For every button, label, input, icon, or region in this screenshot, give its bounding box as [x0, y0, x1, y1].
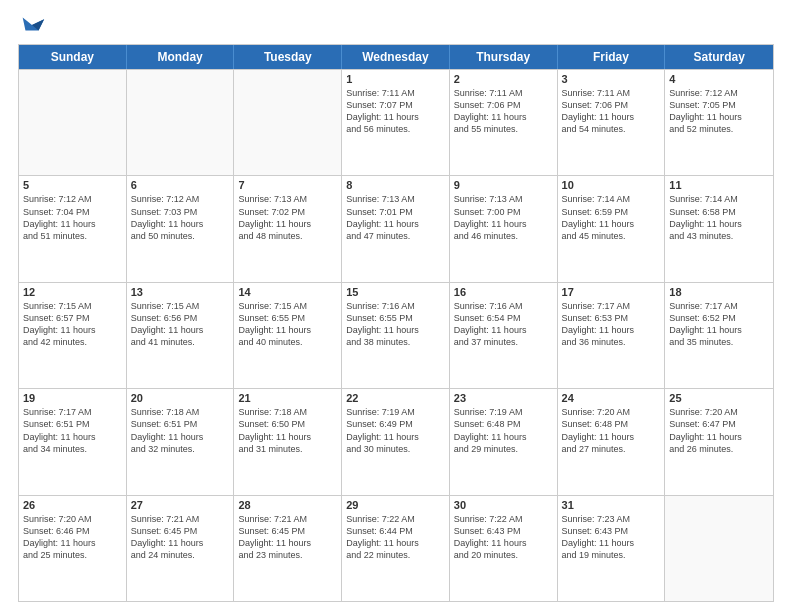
header-day-tuesday: Tuesday — [234, 45, 342, 69]
day-info: Sunrise: 7:19 AM Sunset: 6:49 PM Dayligh… — [346, 406, 445, 455]
day-cell-21: 21Sunrise: 7:18 AM Sunset: 6:50 PM Dayli… — [234, 389, 342, 494]
day-info: Sunrise: 7:20 AM Sunset: 6:48 PM Dayligh… — [562, 406, 661, 455]
week-row-1: 1Sunrise: 7:11 AM Sunset: 7:07 PM Daylig… — [19, 69, 773, 175]
day-number: 10 — [562, 179, 661, 191]
day-number: 23 — [454, 392, 553, 404]
day-info: Sunrise: 7:12 AM Sunset: 7:04 PM Dayligh… — [23, 193, 122, 242]
day-number: 30 — [454, 499, 553, 511]
day-info: Sunrise: 7:15 AM Sunset: 6:57 PM Dayligh… — [23, 300, 122, 349]
day-number: 1 — [346, 73, 445, 85]
day-info: Sunrise: 7:22 AM Sunset: 6:43 PM Dayligh… — [454, 513, 553, 562]
day-info: Sunrise: 7:16 AM Sunset: 6:54 PM Dayligh… — [454, 300, 553, 349]
day-cell-18: 18Sunrise: 7:17 AM Sunset: 6:52 PM Dayli… — [665, 283, 773, 388]
day-info: Sunrise: 7:21 AM Sunset: 6:45 PM Dayligh… — [131, 513, 230, 562]
day-info: Sunrise: 7:17 AM Sunset: 6:52 PM Dayligh… — [669, 300, 769, 349]
calendar: SundayMondayTuesdayWednesdayThursdayFrid… — [18, 44, 774, 602]
day-cell-30: 30Sunrise: 7:22 AM Sunset: 6:43 PM Dayli… — [450, 496, 558, 601]
calendar-header: SundayMondayTuesdayWednesdayThursdayFrid… — [19, 45, 773, 69]
day-cell-11: 11Sunrise: 7:14 AM Sunset: 6:58 PM Dayli… — [665, 176, 773, 281]
day-info: Sunrise: 7:15 AM Sunset: 6:56 PM Dayligh… — [131, 300, 230, 349]
day-info: Sunrise: 7:20 AM Sunset: 6:46 PM Dayligh… — [23, 513, 122, 562]
day-cell-22: 22Sunrise: 7:19 AM Sunset: 6:49 PM Dayli… — [342, 389, 450, 494]
day-number: 29 — [346, 499, 445, 511]
day-number: 12 — [23, 286, 122, 298]
day-info: Sunrise: 7:14 AM Sunset: 6:59 PM Dayligh… — [562, 193, 661, 242]
day-info: Sunrise: 7:11 AM Sunset: 7:07 PM Dayligh… — [346, 87, 445, 136]
day-cell-9: 9Sunrise: 7:13 AM Sunset: 7:00 PM Daylig… — [450, 176, 558, 281]
day-cell-17: 17Sunrise: 7:17 AM Sunset: 6:53 PM Dayli… — [558, 283, 666, 388]
day-number: 24 — [562, 392, 661, 404]
day-cell-10: 10Sunrise: 7:14 AM Sunset: 6:59 PM Dayli… — [558, 176, 666, 281]
week-row-5: 26Sunrise: 7:20 AM Sunset: 6:46 PM Dayli… — [19, 495, 773, 601]
week-row-4: 19Sunrise: 7:17 AM Sunset: 6:51 PM Dayli… — [19, 388, 773, 494]
calendar-body: 1Sunrise: 7:11 AM Sunset: 7:07 PM Daylig… — [19, 69, 773, 601]
day-number: 4 — [669, 73, 769, 85]
day-cell-14: 14Sunrise: 7:15 AM Sunset: 6:55 PM Dayli… — [234, 283, 342, 388]
day-cell-1: 1Sunrise: 7:11 AM Sunset: 7:07 PM Daylig… — [342, 70, 450, 175]
day-number: 20 — [131, 392, 230, 404]
day-info: Sunrise: 7:21 AM Sunset: 6:45 PM Dayligh… — [238, 513, 337, 562]
day-number: 6 — [131, 179, 230, 191]
header-day-friday: Friday — [558, 45, 666, 69]
day-number: 14 — [238, 286, 337, 298]
day-info: Sunrise: 7:17 AM Sunset: 6:51 PM Dayligh… — [23, 406, 122, 455]
logo — [18, 10, 50, 38]
day-cell-29: 29Sunrise: 7:22 AM Sunset: 6:44 PM Dayli… — [342, 496, 450, 601]
header-day-thursday: Thursday — [450, 45, 558, 69]
day-cell-12: 12Sunrise: 7:15 AM Sunset: 6:57 PM Dayli… — [19, 283, 127, 388]
empty-cell — [665, 496, 773, 601]
day-cell-20: 20Sunrise: 7:18 AM Sunset: 6:51 PM Dayli… — [127, 389, 235, 494]
day-number: 21 — [238, 392, 337, 404]
day-info: Sunrise: 7:13 AM Sunset: 7:01 PM Dayligh… — [346, 193, 445, 242]
day-info: Sunrise: 7:20 AM Sunset: 6:47 PM Dayligh… — [669, 406, 769, 455]
day-info: Sunrise: 7:11 AM Sunset: 7:06 PM Dayligh… — [562, 87, 661, 136]
week-row-3: 12Sunrise: 7:15 AM Sunset: 6:57 PM Dayli… — [19, 282, 773, 388]
day-number: 7 — [238, 179, 337, 191]
day-number: 15 — [346, 286, 445, 298]
day-number: 9 — [454, 179, 553, 191]
day-number: 18 — [669, 286, 769, 298]
day-number: 8 — [346, 179, 445, 191]
day-number: 27 — [131, 499, 230, 511]
day-cell-13: 13Sunrise: 7:15 AM Sunset: 6:56 PM Dayli… — [127, 283, 235, 388]
empty-cell — [234, 70, 342, 175]
header-day-saturday: Saturday — [665, 45, 773, 69]
day-info: Sunrise: 7:22 AM Sunset: 6:44 PM Dayligh… — [346, 513, 445, 562]
day-cell-2: 2Sunrise: 7:11 AM Sunset: 7:06 PM Daylig… — [450, 70, 558, 175]
header-day-monday: Monday — [127, 45, 235, 69]
day-number: 25 — [669, 392, 769, 404]
week-row-2: 5Sunrise: 7:12 AM Sunset: 7:04 PM Daylig… — [19, 175, 773, 281]
day-number: 5 — [23, 179, 122, 191]
day-cell-25: 25Sunrise: 7:20 AM Sunset: 6:47 PM Dayli… — [665, 389, 773, 494]
logo-icon — [18, 10, 46, 38]
day-cell-4: 4Sunrise: 7:12 AM Sunset: 7:05 PM Daylig… — [665, 70, 773, 175]
day-cell-31: 31Sunrise: 7:23 AM Sunset: 6:43 PM Dayli… — [558, 496, 666, 601]
day-number: 13 — [131, 286, 230, 298]
day-cell-8: 8Sunrise: 7:13 AM Sunset: 7:01 PM Daylig… — [342, 176, 450, 281]
day-info: Sunrise: 7:18 AM Sunset: 6:51 PM Dayligh… — [131, 406, 230, 455]
day-number: 26 — [23, 499, 122, 511]
day-cell-19: 19Sunrise: 7:17 AM Sunset: 6:51 PM Dayli… — [19, 389, 127, 494]
day-info: Sunrise: 7:11 AM Sunset: 7:06 PM Dayligh… — [454, 87, 553, 136]
day-info: Sunrise: 7:14 AM Sunset: 6:58 PM Dayligh… — [669, 193, 769, 242]
header — [18, 10, 774, 38]
day-number: 22 — [346, 392, 445, 404]
header-day-wednesday: Wednesday — [342, 45, 450, 69]
day-number: 31 — [562, 499, 661, 511]
day-info: Sunrise: 7:15 AM Sunset: 6:55 PM Dayligh… — [238, 300, 337, 349]
day-info: Sunrise: 7:19 AM Sunset: 6:48 PM Dayligh… — [454, 406, 553, 455]
day-number: 17 — [562, 286, 661, 298]
day-number: 3 — [562, 73, 661, 85]
empty-cell — [127, 70, 235, 175]
day-number: 19 — [23, 392, 122, 404]
day-info: Sunrise: 7:17 AM Sunset: 6:53 PM Dayligh… — [562, 300, 661, 349]
day-cell-27: 27Sunrise: 7:21 AM Sunset: 6:45 PM Dayli… — [127, 496, 235, 601]
day-number: 11 — [669, 179, 769, 191]
empty-cell — [19, 70, 127, 175]
day-number: 28 — [238, 499, 337, 511]
day-info: Sunrise: 7:16 AM Sunset: 6:55 PM Dayligh… — [346, 300, 445, 349]
day-cell-5: 5Sunrise: 7:12 AM Sunset: 7:04 PM Daylig… — [19, 176, 127, 281]
day-number: 2 — [454, 73, 553, 85]
day-info: Sunrise: 7:12 AM Sunset: 7:03 PM Dayligh… — [131, 193, 230, 242]
day-info: Sunrise: 7:12 AM Sunset: 7:05 PM Dayligh… — [669, 87, 769, 136]
